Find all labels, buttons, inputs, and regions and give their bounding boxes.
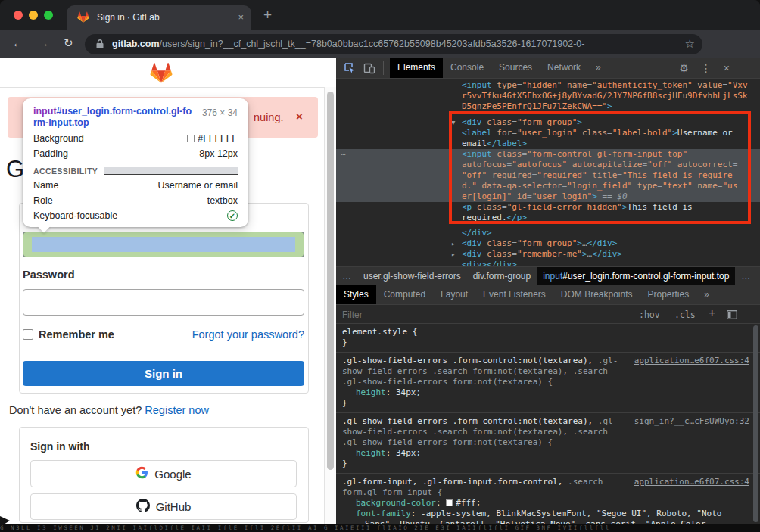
color-swatch[interactable] (446, 499, 453, 506)
color-swatch (187, 135, 195, 142)
code-line[interactable]: </div> (336, 228, 760, 238)
forgot-password-link[interactable]: Forgot your password? (192, 328, 304, 341)
tab-elements[interactable]: Elements (390, 58, 443, 78)
tab-sources[interactable]: Sources (491, 58, 540, 78)
tab-strip: Sign in · GitLab × + (0, 0, 760, 30)
css-property[interactable]: height: 34px; (342, 387, 754, 398)
devtools-settings-icon[interactable]: ⚙ (679, 62, 689, 74)
tooltip-background-value: #FFFFFF (187, 133, 238, 144)
css-selector-line: .gl-show-field-errors form:not(textarea)… (342, 437, 754, 448)
tab-properties[interactable]: Properties (640, 285, 697, 305)
sign-in-button[interactable]: Sign in (23, 361, 304, 386)
tab-styles[interactable]: Styles (336, 285, 376, 305)
css-source-link[interactable]: sign_in?__c…cFsUWUyo:32 (634, 416, 749, 427)
traffic-light-minimize[interactable] (29, 11, 38, 20)
password-input[interactable] (23, 289, 304, 316)
traffic-light-close[interactable] (14, 11, 23, 20)
breadcrumb-more[interactable]: … (336, 267, 357, 285)
code-line[interactable]: r5vvTfku46tX5FhxOG+j8yBYvadG/2JY7NP6fB8s… (336, 91, 760, 101)
url-text: gitlab.com/users/sign_in?__cf_chl_jschl_… (112, 39, 672, 49)
traffic-light-zoom[interactable] (44, 11, 53, 20)
bookmark-star-icon[interactable]: ☆ (685, 37, 695, 51)
address-bar[interactable]: gitlab.com/users/sign_in?__cf_chl_jschl_… (85, 34, 702, 54)
code-line[interactable]: er[login]" id="user_login"> == $0 (336, 191, 760, 202)
code-line[interactable]: "off" required="required" title="This fi… (336, 170, 760, 181)
hov-toggle[interactable]: :hov (639, 310, 660, 320)
code-line[interactable]: …<input class="form-control gl-form-inpu… (336, 149, 760, 160)
tab-layout[interactable]: Layout (433, 285, 475, 305)
cls-toggle[interactable]: .cls (674, 310, 696, 320)
elements-tree: <input type="hidden" name="authenticity_… (336, 79, 760, 268)
github-signin-button[interactable]: GitHub (30, 493, 297, 520)
code-line[interactable]: ▸<div class="form-group">…</div> (336, 238, 760, 249)
tooltip-padding-label: Padding (33, 148, 68, 159)
breadcrumb-form-group[interactable]: div.form-group (467, 267, 537, 285)
page-scrollbar[interactable] (324, 87, 336, 532)
code-line[interactable]: D5gnzPe5PEnfrQ1JFu7lZekCWA=="> (336, 101, 760, 112)
browser-tab[interactable]: Sign in · GitLab × (67, 5, 251, 30)
code-line[interactable]: ▸<div class="remember-me">…</div> (336, 249, 760, 260)
tooltip-dimensions: 376 × 34 (202, 107, 238, 119)
styles-tab-bar: Styles Computed Layout Event Listeners D… (336, 285, 760, 304)
expand-arrow-icon[interactable]: ▼ (451, 117, 455, 128)
code-line[interactable]: ▼<div class="form-group"> (336, 117, 760, 128)
code-line[interactable]: autofocus="autofocus" autocapitalize="of… (336, 160, 760, 170)
css-property[interactable]: background-color: #fff; (342, 498, 754, 509)
code-line[interactable]: required.</p> (336, 213, 760, 223)
css-property[interactable]: height: 34px; (342, 448, 754, 459)
collapse-arrow-icon[interactable]: ▸ (451, 238, 455, 249)
dom-breadcrumbs: … user.gl-show-field-errors div.form-gro… (336, 266, 760, 285)
google-logo-icon (135, 466, 148, 481)
inspect-element-icon[interactable] (344, 62, 356, 74)
breadcrumb-selected-input[interactable]: input#user_login.form-control.gl-form-in… (537, 267, 735, 285)
device-toolbar-icon[interactable] (363, 62, 375, 74)
forward-icon[interactable]: → (38, 36, 49, 49)
collapse-arrow-icon[interactable]: ▸ (451, 249, 455, 260)
devtools-close-icon[interactable]: × (724, 62, 730, 74)
register-now-link[interactable]: Register now (145, 404, 209, 416)
css-rule: application…e6f07.css:4.gl-form-input, .… (336, 474, 760, 532)
reload-icon[interactable]: ↻ (64, 36, 73, 50)
alert-close-icon[interactable]: × (296, 110, 303, 123)
css-source-link[interactable]: application…e6f07.css:4 (634, 477, 749, 487)
more-tabs-icon[interactable]: » (588, 58, 609, 78)
styles-scrollbar-thumb[interactable] (753, 325, 758, 522)
code-line[interactable]: d." data-qa-selector="login_field" type=… (336, 181, 760, 191)
css-selector-line: .gl-show-field-errors form:not(textarea)… (342, 377, 754, 387)
username-input-highlighted[interactable] (23, 232, 304, 257)
tab-event-listeners[interactable]: Event Listeners (475, 285, 553, 305)
code-line[interactable]: <input type="hidden" name="authenticity_… (336, 80, 760, 91)
sidebar-dock-icon[interactable] (727, 309, 737, 322)
new-tab-button[interactable]: + (263, 7, 272, 23)
tooltip-background-label: Background (33, 133, 84, 144)
remember-me-checkbox[interactable] (23, 329, 33, 340)
google-signin-button[interactable]: Google (30, 460, 297, 487)
back-icon[interactable]: ← (12, 36, 23, 49)
code-line[interactable]: <p class="gl-field-error hidden">This fi… (336, 202, 760, 213)
tooltip-role-value: textbox (207, 195, 238, 206)
tab-computed[interactable]: Computed (376, 285, 433, 305)
tooltip-name-label: Name (33, 180, 58, 191)
tab-dom-breakpoints[interactable]: DOM Breakpoints (553, 285, 640, 305)
css-selector-line: form.gl-form-input { (342, 487, 754, 498)
page-scrollbar-thumb[interactable] (327, 92, 334, 470)
code-line[interactable]: <label for="user_login" class="label-bol… (336, 128, 760, 138)
url-domain: gitlab.com (112, 39, 160, 49)
tab-console[interactable]: Console (443, 58, 491, 78)
breadcrumb-trailing: … (735, 267, 756, 285)
devtools-menu-icon[interactable]: ⋮ (701, 62, 712, 74)
breadcrumb-form[interactable]: user.gl-show-field-errors (357, 267, 467, 285)
tab-close-icon[interactable]: × (238, 11, 244, 23)
register-line: Don't have an account yet? Register now (9, 404, 209, 416)
css-rule: application…e6f07.css:4.gl-show-field-er… (336, 353, 760, 413)
code-line[interactable]: email</label> (336, 138, 760, 149)
filter-input[interactable]: Filter (342, 310, 363, 320)
new-style-rule-button[interactable]: + (709, 306, 715, 320)
tooltip-accessibility-header: ACCESSIBILITY (33, 166, 238, 176)
styles-more-tabs-icon[interactable]: » (696, 285, 717, 305)
css-source-link[interactable]: application…e6f07.css:4 (634, 356, 749, 366)
tab-network[interactable]: Network (540, 58, 588, 78)
render-glitch-strip: G N3LL I3 IWSEEN JI 2NII IAIflDIflE IAII… (0, 524, 760, 532)
google-button-label: Google (154, 468, 191, 481)
sign-in-with-label: Sign in with (30, 440, 90, 453)
